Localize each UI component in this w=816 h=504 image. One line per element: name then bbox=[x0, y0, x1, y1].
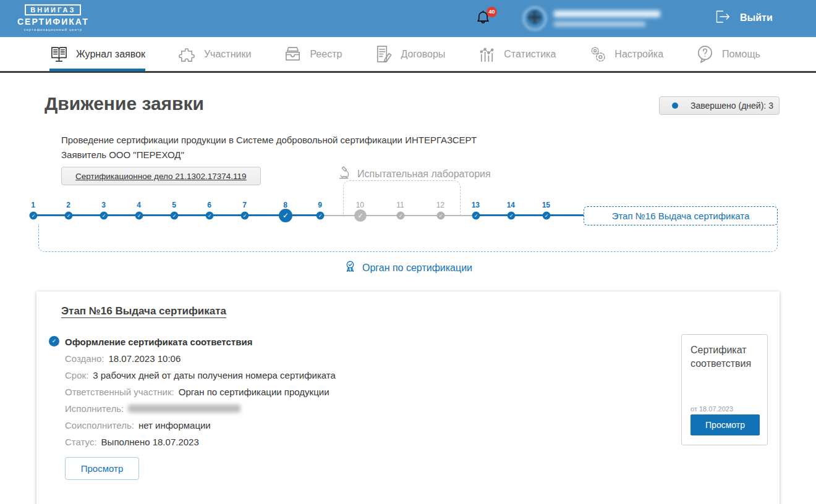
step-10-dot[interactable]: ✓ bbox=[354, 209, 367, 222]
document-pencil-icon bbox=[374, 44, 393, 64]
notifications-button[interactable]: 40 bbox=[475, 9, 495, 29]
stage-detail-card: Этап №16 Выдача сертификата ✓ Оформление… bbox=[36, 292, 780, 504]
user-info-blurred bbox=[554, 10, 660, 27]
avatar-emblem-icon bbox=[527, 9, 543, 28]
step-number: 6 bbox=[207, 201, 211, 209]
timeline-segment bbox=[104, 214, 139, 216]
certificate-view-button[interactable]: Просмотр bbox=[691, 414, 760, 435]
timeline-segment bbox=[69, 214, 104, 216]
inbox-icon bbox=[283, 44, 302, 64]
timeline-segment bbox=[401, 215, 441, 216]
nav-tab-registry[interactable]: Реестр bbox=[283, 37, 342, 71]
lab-zone-label: Испытательная лаборатория bbox=[338, 166, 491, 182]
status-badge: Завершено (дней): 3 bbox=[659, 96, 780, 115]
bar-chart-icon bbox=[477, 44, 496, 64]
step-number: 4 bbox=[137, 201, 141, 209]
field-value: Выполнено 18.07.2023 bbox=[101, 437, 199, 447]
field-label: Соисполнитель: bbox=[65, 420, 134, 430]
application-description: Проведение сертификации продукции в Сист… bbox=[61, 135, 477, 145]
stage16-chip[interactable]: Этап №16 Выдача сертификата bbox=[584, 206, 778, 225]
field-label: Статус: bbox=[65, 437, 97, 447]
field-value: Орган по сертификации продукции bbox=[179, 387, 329, 397]
step-8-dot[interactable]: ✓ bbox=[279, 209, 292, 222]
user-menu[interactable] bbox=[523, 7, 660, 30]
step-number: 10 bbox=[356, 201, 364, 209]
nav-tab-participants[interactable]: Участники bbox=[177, 37, 251, 71]
timeline-segment bbox=[441, 215, 476, 216]
lab-zone-label-text: Испытательная лаборатория bbox=[357, 169, 491, 180]
main-nav: Журнал заявокУчастникиРеестрДоговорыСтат… bbox=[0, 37, 816, 73]
question-icon bbox=[695, 44, 715, 64]
logout-label: Выйти bbox=[740, 12, 773, 23]
step-number: 13 bbox=[472, 201, 480, 209]
step-number: 3 bbox=[101, 201, 106, 209]
nav-tab-settings[interactable]: Настройка bbox=[588, 37, 663, 71]
logo-line2: СЕРТИФИКАТ bbox=[17, 17, 89, 27]
main-content: Движение заявки Завершено (дней): 3 Пров… bbox=[0, 73, 816, 503]
field-row: Ответственный участник:Орган по сертифик… bbox=[65, 384, 336, 400]
step-number: 7 bbox=[242, 201, 247, 209]
logo-line1: ВНИИГАЗ bbox=[25, 4, 81, 15]
certification-case-button[interactable]: Сертификационное дело 21.1302.17374.119 bbox=[61, 167, 261, 185]
nav-tab-help[interactable]: Помощь bbox=[695, 37, 760, 71]
step-2-dot[interactable]: ✓ bbox=[65, 212, 73, 220]
nav-tab-label: Настройка bbox=[614, 49, 663, 60]
field-row: Создано:18.07.2023 10:06 bbox=[65, 350, 336, 367]
field-label: Срок: bbox=[65, 370, 88, 380]
org-zone-label: Орган по сертификации bbox=[0, 260, 816, 275]
step-4-dot[interactable]: ✓ bbox=[135, 212, 143, 220]
step-6-dot[interactable]: ✓ bbox=[206, 212, 214, 220]
medal-icon bbox=[344, 260, 357, 275]
step-15-dot[interactable]: ✓ bbox=[543, 212, 551, 220]
field-row: Статус:Выполнено 18.07.2023 bbox=[65, 434, 336, 450]
journal-icon bbox=[49, 44, 69, 64]
field-value: нет информации bbox=[138, 420, 211, 430]
timeline-segment bbox=[511, 214, 546, 216]
step-number: 12 bbox=[436, 201, 444, 209]
step-5-dot[interactable]: ✓ bbox=[171, 212, 179, 220]
certificate-card: Сертификат соответствия от 18.07.2023 Пр… bbox=[681, 334, 768, 445]
timeline-segment bbox=[33, 214, 69, 216]
task-view-button[interactable]: Просмотр bbox=[65, 457, 139, 480]
app-header: ВНИИГАЗ СЕРТИФИКАТ сертификационный цент… bbox=[0, 0, 816, 37]
puzzle-icon bbox=[177, 44, 197, 64]
step-11-dot[interactable]: ✓ bbox=[397, 212, 405, 220]
step-3-dot[interactable]: ✓ bbox=[100, 212, 108, 220]
user-name-blurred bbox=[554, 10, 660, 17]
logo-line3: сертификационный центр bbox=[17, 28, 89, 32]
field-row: Соисполнитель:нет информации bbox=[65, 417, 336, 434]
org-zone-box bbox=[38, 224, 778, 252]
field-label: Исполнитель: bbox=[65, 403, 124, 414]
field-row: Исполнитель: bbox=[65, 400, 336, 417]
logout-button[interactable]: Выйти bbox=[714, 10, 773, 26]
nav-tab-journal[interactable]: Журнал заявок bbox=[49, 37, 145, 71]
step-number: 9 bbox=[318, 201, 322, 209]
page-title: Движение заявки bbox=[45, 93, 204, 114]
applicant-line: Заявитель ООО "ПЕРЕХОД" bbox=[61, 149, 184, 160]
stage-fields: Создано:18.07.2023 10:06Срок:3 рабочих д… bbox=[65, 350, 336, 450]
field-value-blurred bbox=[128, 405, 240, 413]
certificate-title: Сертификат соответствия bbox=[682, 335, 767, 370]
nav-tab-label: Участники bbox=[204, 49, 251, 60]
step-14-dot[interactable]: ✓ bbox=[508, 212, 516, 220]
nav-tab-label: Журнал заявок bbox=[76, 49, 145, 60]
field-value: 3 рабочих дней от даты получения номера … bbox=[93, 370, 336, 380]
step-7-dot[interactable]: ✓ bbox=[241, 212, 249, 220]
nav-tab-contracts[interactable]: Договоры bbox=[374, 37, 445, 71]
step-number: 2 bbox=[66, 201, 70, 209]
step-12-dot[interactable]: ✓ bbox=[437, 212, 445, 220]
nav-tab-label: Реестр bbox=[310, 49, 342, 60]
microscope-icon bbox=[338, 166, 352, 182]
field-label: Ответственный участник: bbox=[65, 387, 174, 397]
step-9-dot[interactable]: ✓ bbox=[317, 212, 325, 220]
step-13-dot[interactable]: ✓ bbox=[472, 212, 480, 220]
gears-icon bbox=[588, 44, 607, 64]
field-row: Срок:3 рабочих дней от даты получения но… bbox=[65, 367, 336, 384]
logout-icon bbox=[714, 10, 731, 26]
bell-icon bbox=[475, 17, 491, 28]
step-number: 1 bbox=[31, 201, 35, 209]
step-1-dot[interactable]: ✓ bbox=[30, 212, 38, 220]
nav-tab-statistics[interactable]: Статистика bbox=[477, 37, 556, 71]
nav-tab-label: Помощь bbox=[722, 49, 760, 60]
certificate-date: от 18.07.2023 bbox=[691, 405, 733, 413]
